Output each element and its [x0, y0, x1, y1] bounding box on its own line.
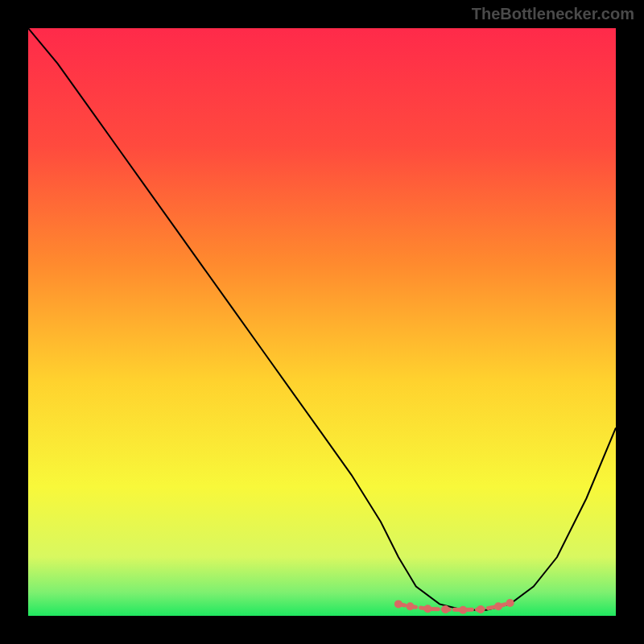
optimal-marker	[423, 605, 431, 613]
plot-area	[28, 28, 616, 616]
watermark-text: TheBottlenecker.com	[472, 5, 634, 23]
chart-container: TheBottlenecker.com	[0, 0, 644, 644]
optimal-marker	[407, 602, 415, 610]
optimal-marker	[506, 599, 514, 607]
optimal-marker	[477, 605, 485, 613]
bottleneck-chart	[28, 28, 616, 616]
optimal-marker	[459, 606, 467, 614]
optimal-marker	[441, 605, 449, 613]
gradient-background	[28, 28, 616, 616]
optimal-marker	[394, 600, 402, 608]
optimal-marker	[494, 602, 502, 610]
